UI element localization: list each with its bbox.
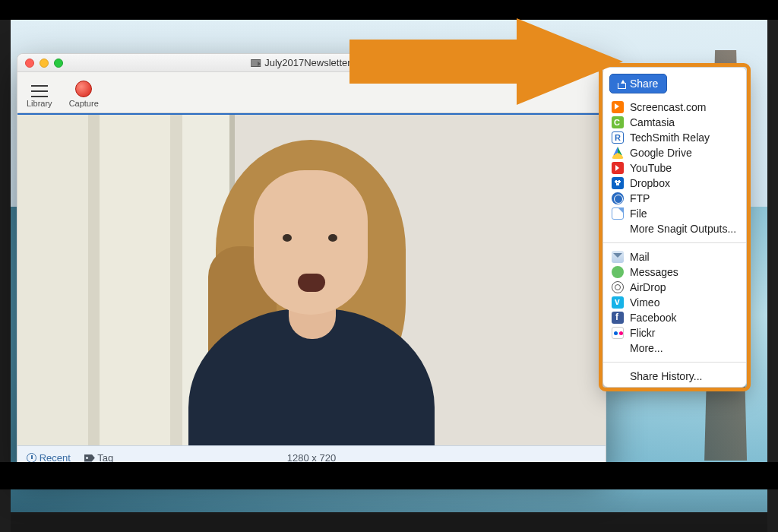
window-title: July2017Newsletter.mp4 [251, 57, 372, 68]
tag-icon [84, 454, 95, 462]
share-item-dropbox[interactable]: Dropbox [603, 176, 746, 191]
share-item-label: Screencast.com [630, 101, 706, 113]
letterbox-top [0, 0, 778, 20]
share-item-more-outputs[interactable]: More Snagit Outputs... [603, 221, 746, 236]
video-file-icon [251, 59, 261, 67]
share-item-label: Messages [630, 266, 678, 278]
vimeo-icon [612, 296, 624, 309]
share-item-file[interactable]: File [603, 206, 746, 221]
share-item-flickr[interactable]: Flickr [603, 325, 746, 340]
share-history-group: Share History... [603, 366, 746, 387]
share-icon [616, 79, 626, 89]
record-icon [75, 81, 92, 97]
share-item-ftp[interactable]: FTP [603, 191, 746, 206]
share-item-relay[interactable]: TechSmith Relay [603, 130, 746, 145]
video-canvas[interactable] [17, 113, 606, 446]
minimize-window-button[interactable] [40, 59, 49, 68]
share-item-label: Vimeo [630, 296, 659, 309]
share-item-youtube[interactable]: YouTube [603, 160, 746, 176]
share-item-screencast[interactable]: Screencast.com [603, 100, 746, 115]
info-icon[interactable] [595, 55, 606, 67]
share-item-more[interactable]: More... [603, 340, 746, 356]
close-window-button[interactable] [25, 59, 34, 68]
airdrop-icon [612, 281, 624, 293]
snagit-editor-window: July2017Newsletter.mp4 Library Capture [17, 53, 606, 470]
editor-toolbar: Library Capture [17, 72, 606, 113]
share-button-label: Share [630, 78, 658, 90]
person-illustration [175, 126, 448, 445]
share-item-label: TechSmith Relay [630, 131, 710, 144]
menu-separator [603, 362, 746, 363]
capture-button[interactable]: Capture [69, 81, 99, 108]
share-item-vimeo[interactable]: Vimeo [603, 295, 746, 310]
window-titlebar: July2017Newsletter.mp4 [17, 54, 606, 72]
screenshot-stage: July2017Newsletter.mp4 Library Capture [0, 0, 778, 532]
capture-label: Capture [69, 99, 99, 108]
library-label: Library [27, 99, 52, 108]
messages-icon [612, 266, 624, 278]
clock-icon [27, 453, 36, 463]
ftp-icon [612, 192, 624, 204]
library-icon [31, 85, 48, 97]
share-destinations-group-1: Screencast.com Camtasia TechSmith Relay … [603, 97, 746, 239]
share-item-label: FTP [630, 192, 650, 204]
share-dropdown-panel: Share Screencast.com Camtasia TechSmith … [602, 67, 747, 388]
share-item-label: Dropbox [630, 177, 670, 189]
share-item-history[interactable]: Share History... [603, 369, 746, 384]
share-item-label: AirDrop [630, 281, 666, 293]
share-item-googledrive[interactable]: Google Drive [603, 145, 746, 160]
screencast-icon [612, 101, 624, 113]
file-icon [612, 207, 624, 220]
share-item-airdrop[interactable]: AirDrop [603, 280, 746, 295]
share-button[interactable]: Share [609, 74, 667, 93]
facebook-icon [612, 312, 624, 324]
camtasia-icon [612, 116, 624, 128]
share-item-camtasia[interactable]: Camtasia [603, 115, 746, 130]
share-item-label: YouTube [630, 162, 672, 174]
share-item-label: More Snagit Outputs... [630, 223, 736, 235]
dropbox-icon [612, 177, 624, 189]
menu-separator [603, 242, 746, 243]
letterbox-mid [0, 462, 778, 489]
share-item-label: Mail [630, 251, 650, 263]
share-item-label: Facebook [630, 312, 676, 324]
mail-icon [612, 251, 624, 263]
share-item-facebook[interactable]: Facebook [603, 310, 746, 325]
youtube-icon [612, 162, 624, 174]
share-item-label: More... [630, 342, 663, 354]
window-traffic-lights[interactable] [25, 59, 63, 68]
flickr-icon [612, 327, 624, 339]
library-button[interactable]: Library [27, 85, 52, 108]
google-drive-icon [612, 147, 624, 159]
video-frame-still [17, 115, 606, 445]
share-item-messages[interactable]: Messages [603, 264, 746, 280]
share-item-mail[interactable]: Mail [603, 249, 746, 264]
relay-icon [612, 131, 624, 144]
share-item-label: Flickr [630, 327, 655, 339]
window-title-text: July2017Newsletter.mp4 [264, 57, 372, 68]
share-item-label: File [630, 207, 647, 220]
share-item-label: Share History... [630, 370, 702, 382]
share-item-label: Google Drive [630, 147, 692, 159]
zoom-window-button[interactable] [54, 59, 63, 68]
share-destinations-group-2: Mail Messages AirDrop Vimeo Facebook Fli… [603, 246, 746, 359]
share-item-label: Camtasia [630, 116, 675, 128]
